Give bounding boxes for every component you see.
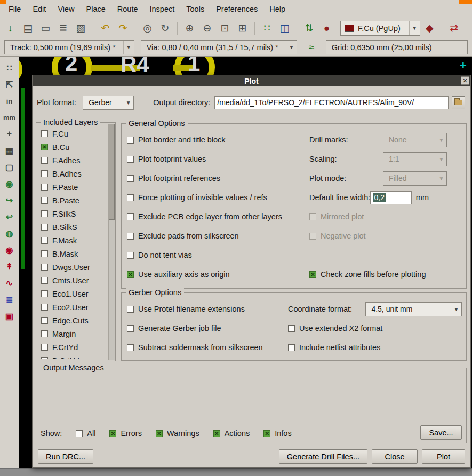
coordinate-format-select[interactable]: 4.5, unit mm ▼ (365, 302, 462, 316)
checkbox-f-adhes[interactable] (41, 157, 48, 164)
layer-cmts-user[interactable]: Cmts.User (41, 274, 107, 287)
layer-b-crtyd[interactable]: B.CrtYd (41, 354, 107, 359)
redo-icon[interactable]: ↷ (115, 20, 131, 36)
layer-b-silks[interactable]: B.SilkS (41, 220, 107, 234)
checkbox-plot-footprint-values[interactable] (127, 156, 134, 163)
highlight-net-icon[interactable]: ◆ (421, 20, 438, 36)
general-option-use-auxiliary-axis-as-origin[interactable]: Use auxiliary axis as origin (127, 265, 308, 284)
checkbox-generate-gerber-job-file[interactable] (127, 325, 134, 332)
generate-drill-files-button[interactable]: Generate Drill Files... (279, 449, 367, 464)
footprint-mode-icon[interactable]: ∷ (259, 20, 275, 36)
checkbox-b-mask[interactable] (41, 250, 48, 257)
layer-b-mask[interactable]: B.Mask (41, 247, 107, 260)
menu-preferences[interactable]: Preferences (211, 3, 263, 15)
layer-edge-cuts[interactable]: Edge.Cuts (41, 314, 107, 327)
layer-f-mask[interactable]: F.Mask (41, 234, 107, 247)
track-sketch-icon[interactable]: ↪ (2, 193, 17, 207)
general-option-force-plotting-of-invisible-values-refs[interactable]: Force plotting of invisible values / ref… (127, 188, 308, 207)
checkbox-exclude-pcb-edge-layer-from-other-layers[interactable] (127, 213, 134, 220)
checkbox-b-adhes[interactable] (41, 170, 48, 177)
grid-dots-icon[interactable]: ∷ (2, 61, 17, 75)
checkbox-edge-cuts[interactable] (41, 317, 48, 324)
include-netlist-attributes-checkbox-row[interactable]: Include netlist attributes (288, 342, 380, 353)
plot-icon[interactable]: ▨ (73, 20, 89, 36)
checkbox-plot-footprint-references[interactable] (127, 175, 134, 182)
print-icon[interactable]: ≣ (55, 20, 71, 36)
zoom-fit-icon[interactable]: ⊡ (217, 20, 233, 36)
checkbox-plot-border-and-title-block[interactable] (127, 137, 134, 144)
page-settings-icon[interactable]: ▭ (37, 20, 54, 36)
checkbox-b-crtyd[interactable] (41, 357, 48, 359)
general-option-do-not-tent-vias[interactable]: Do not tent vias (127, 245, 308, 265)
checkbox-eco1-user[interactable] (41, 290, 48, 297)
undo-icon[interactable]: ↶ (97, 20, 114, 36)
layer-f-adhes[interactable]: F.Adhes (41, 154, 107, 167)
menu-help[interactable]: Help (264, 3, 291, 15)
check-zone-fills-checkbox-row[interactable]: Check zone fills before plotting (309, 268, 426, 280)
checkbox-eco2-user[interactable] (41, 304, 48, 311)
checkbox-b-paste[interactable] (41, 197, 48, 204)
layer-selector[interactable]: F.Cu (PgUp)▼ (340, 21, 420, 36)
grid-selector[interactable]: Grid: 0,6350 mm (25,00 mils) (326, 40, 468, 54)
layer-margin[interactable]: Margin (41, 327, 107, 340)
layer-eco2-user[interactable]: Eco2.User (41, 300, 107, 314)
general-option-plot-border-and-title-block[interactable]: Plot border and title block (127, 130, 308, 149)
menu-route[interactable]: Route (112, 3, 143, 15)
checkbox-b-silks[interactable] (41, 224, 48, 231)
general-option-plot-footprint-references[interactable]: Plot footprint references (127, 169, 308, 188)
checkbox-use-protel-filename-extensions[interactable] (127, 306, 134, 313)
layers-scrollbar[interactable] (108, 124, 115, 360)
checkbox-f-crtyd[interactable] (41, 344, 48, 351)
run-drc-button[interactable]: Run DRC... (38, 449, 93, 464)
zone-outline-icon[interactable]: ◍ (2, 226, 17, 240)
show-filter-errors[interactable]: Errors (109, 427, 141, 439)
layers-manager-icon[interactable]: ≣ (2, 292, 17, 306)
menu-tools[interactable]: Tools (181, 3, 210, 15)
zones-display-icon[interactable]: ◉ (2, 177, 17, 191)
magnifier-icon[interactable]: ◉ (2, 243, 17, 257)
layer-eco1-user[interactable]: Eco1.User (41, 287, 107, 300)
swap-layers-icon[interactable]: ⇅ (301, 20, 317, 36)
checkbox-b-cu[interactable] (41, 144, 48, 150)
check-zone-fills-checkbox[interactable] (309, 271, 316, 278)
layer-b-paste[interactable]: B.Paste (41, 194, 107, 207)
checkbox-force-plotting-of-invisible-values-refs[interactable] (127, 194, 134, 201)
use-extended-x2-format-checkbox[interactable] (288, 325, 295, 332)
microwave-tools-icon[interactable]: ▣ (2, 309, 17, 323)
checkbox-subtract-soldermask-from-silkscreen[interactable] (127, 344, 134, 351)
gerber-option-generate-gerber-job-file[interactable]: Generate Gerber job file (127, 319, 282, 338)
auto-track-width-icon[interactable]: ≈ (303, 40, 319, 55)
default-line-width-input[interactable]: 0,2 (370, 191, 411, 204)
show-filter-infos[interactable]: Infos (263, 427, 291, 439)
plot-button[interactable]: Plot (422, 449, 465, 464)
track-width-selector[interactable]: Track: 0,500 mm (19,69 mils) * ▼ (4, 40, 134, 54)
gerber-option-use-protel-filename-extensions[interactable]: Use Protel filename extensions (127, 299, 282, 319)
general-option-plot-footprint-values[interactable]: Plot footprint values (127, 149, 308, 169)
checkbox-do-not-tent-vias[interactable] (127, 252, 134, 259)
plot-format-select[interactable]: Gerber ▼ (83, 96, 134, 110)
dialog-titlebar[interactable]: Plot ✕ (33, 75, 470, 86)
checkbox-warnings[interactable] (156, 430, 163, 437)
units-mm-icon[interactable]: mm (2, 110, 17, 124)
include-netlist-attributes-checkbox[interactable] (288, 344, 295, 351)
via-sketch-icon[interactable]: ↩ (2, 210, 17, 224)
drc-bug-icon[interactable]: ● (318, 20, 335, 36)
output-directory-input[interactable]: /media/dd_1To/PERSO_2/ELECTRON/AUTRES/Al… (214, 96, 449, 109)
general-option-exclude-pcb-edge-layer-from-other-layers[interactable]: Exclude PCB edge layer from other layers (127, 207, 308, 226)
drag-pin-icon[interactable]: ↟ (2, 259, 17, 273)
zoom-selection-icon[interactable]: ⊞ (234, 20, 251, 36)
zoom-in-icon[interactable]: ⊕ (181, 20, 198, 36)
layer-f-paste[interactable]: F.Paste (41, 180, 107, 194)
refresh-icon[interactable]: ↻ (157, 20, 173, 36)
layer-f-crtyd[interactable]: F.CrtYd (41, 340, 107, 354)
show-filter-warnings[interactable]: Warnings (156, 427, 199, 439)
checkbox-exclude-pads-from-silkscreen[interactable] (127, 233, 134, 240)
layer-b-cu[interactable]: B.Cu (41, 140, 107, 154)
checkbox-dwgs-user[interactable] (41, 264, 48, 271)
curved-track-icon[interactable]: ∿ (2, 276, 17, 290)
checkbox-actions[interactable] (213, 430, 220, 437)
checkbox-f-mask[interactable] (41, 237, 48, 244)
checkbox-cmts-user[interactable] (41, 277, 48, 284)
close-button[interactable]: Close (372, 449, 418, 464)
use-extended-x2-format-checkbox-row[interactable]: Use extended X2 format (288, 322, 382, 334)
